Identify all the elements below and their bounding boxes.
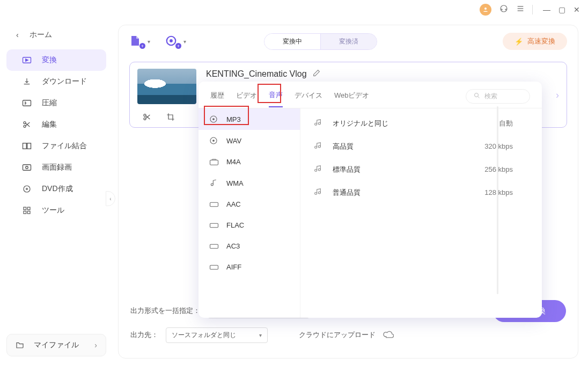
popup-tabs: 履歴 ビデオ 音声 デバイス Webビデオ 検索: [199, 82, 542, 108]
sidebar-item-label: ダウンロード: [42, 77, 87, 86]
sidebar-item-dvd[interactable]: DVD作成: [6, 178, 106, 200]
menu-icon[interactable]: [516, 4, 525, 15]
convert-icon: [21, 56, 32, 64]
window-minimize[interactable]: —: [543, 5, 550, 14]
add-disc-caret[interactable]: ▾: [183, 39, 186, 45]
window-maximize[interactable]: ▢: [558, 5, 565, 14]
format-item-ac3[interactable]: AC3: [199, 236, 300, 257]
quality-label: 普通品質: [333, 188, 361, 198]
svg-rect-30: [210, 160, 218, 165]
format-icon: [209, 115, 219, 123]
user-avatar[interactable]: [480, 4, 491, 16]
add-file-button[interactable]: +: [129, 35, 144, 48]
output-dest-select[interactable]: ソースフォルダと同じ ▾: [166, 327, 268, 343]
format-item-wma[interactable]: WMA: [199, 172, 300, 194]
format-icon: [209, 243, 219, 250]
sidebar-item-convert[interactable]: 変換: [6, 49, 106, 71]
support-icon[interactable]: [499, 4, 509, 16]
svg-point-13: [24, 186, 30, 192]
rename-icon[interactable]: [312, 69, 321, 79]
sidebar-item-merge[interactable]: ファイル結合: [6, 135, 106, 157]
sidebar-collapse-handle[interactable]: ‹: [106, 191, 115, 206]
format-search[interactable]: 検索: [466, 89, 530, 104]
quality-rate: 128 kbps: [484, 188, 513, 196]
format-label: MP3: [226, 115, 241, 123]
quality-rate: 自動: [499, 119, 513, 128]
format-popup: 履歴 ビデオ 音声 デバイス Webビデオ 検索 MP3WAVM4AWMAAAC…: [199, 82, 542, 318]
window-close[interactable]: ✕: [573, 5, 580, 14]
format-icon: [209, 158, 219, 166]
svg-rect-10: [27, 143, 31, 149]
svg-point-43: [318, 192, 320, 194]
svg-point-39: [318, 145, 320, 148]
svg-rect-17: [24, 211, 26, 214]
quality-list: オリジナルと同じ自動高品質320 kbps標準品質256 kbps普通品質128…: [300, 108, 542, 318]
svg-point-41: [318, 169, 320, 171]
sidebar-item-edit[interactable]: 編集: [6, 114, 106, 135]
tab-device[interactable]: デバイス: [295, 91, 322, 107]
format-label: AC3: [226, 242, 240, 250]
sidebar-item-label: ツール: [42, 206, 64, 215]
music-note-icon: [313, 187, 323, 198]
fast-convert-button[interactable]: ⚡ 高速変換: [503, 33, 567, 50]
quality-item[interactable]: オリジナルと同じ自動: [300, 112, 542, 135]
format-icon: [209, 136, 219, 145]
svg-point-0: [484, 8, 487, 10]
format-item-mp3[interactable]: MP3: [199, 108, 300, 130]
quality-item[interactable]: 高品質320 kbps: [300, 135, 542, 158]
bolt-icon: ⚡: [514, 38, 523, 46]
format-item-aac[interactable]: AAC: [199, 194, 300, 215]
quality-item[interactable]: 普通品質128 kbps: [300, 181, 542, 204]
compress-icon: [21, 99, 32, 107]
sidebar-item-compress[interactable]: 圧縮: [6, 92, 106, 114]
crop-icon[interactable]: [166, 113, 175, 123]
back-label: ホーム: [30, 30, 52, 40]
svg-point-12: [26, 166, 28, 169]
add-file-caret[interactable]: ▾: [148, 39, 150, 45]
my-files-button[interactable]: マイファイル ›: [6, 334, 106, 356]
format-item-m4a[interactable]: M4A: [199, 151, 300, 172]
svg-rect-16: [27, 207, 30, 210]
quality-rate: 256 kbps: [484, 165, 513, 173]
svg-point-40: [315, 169, 317, 171]
sidebar-item-tools[interactable]: ツール: [6, 200, 106, 221]
add-disc-button[interactable]: +: [165, 35, 180, 48]
cloud-icon[interactable]: [383, 330, 394, 340]
format-item-aiff[interactable]: AIFF: [199, 257, 300, 278]
format-label: AAC: [226, 200, 241, 208]
svg-rect-6: [23, 100, 31, 106]
sidebar-item-download[interactable]: ダウンロード: [6, 71, 106, 92]
tab-webvideo[interactable]: Webビデオ: [334, 91, 370, 107]
toolbar: + ▾ + ▾ 変換中 変換済 ⚡ 高速変換: [119, 25, 578, 52]
trim-icon[interactable]: [143, 113, 151, 123]
sidebar: ‹ ホーム 変換 ダウンロード 圧縮 編集 ファイル結合 画面録画 DVD作成 …: [0, 19, 113, 365]
music-note-icon: [313, 118, 323, 128]
sidebar-item-record[interactable]: 画面録画: [6, 157, 106, 178]
format-item-flac[interactable]: FLAC: [199, 215, 300, 236]
format-label: AIFF: [226, 263, 241, 271]
format-icon: [209, 222, 219, 229]
record-icon: [21, 164, 32, 171]
folder-icon: [16, 341, 24, 350]
download-icon: [21, 77, 32, 86]
card-chevron-icon: ›: [556, 89, 559, 100]
format-item-wav[interactable]: WAV: [199, 130, 300, 151]
video-thumbnail[interactable]: [137, 69, 196, 104]
svg-rect-34: [210, 244, 218, 249]
svg-point-20: [170, 40, 172, 42]
svg-point-25: [475, 93, 479, 97]
format-icon: [209, 201, 219, 208]
back-home[interactable]: ‹ ホーム: [0, 25, 113, 49]
segment-converting[interactable]: 変換中: [264, 34, 321, 49]
svg-point-29: [213, 140, 215, 142]
quality-item[interactable]: 標準品質256 kbps: [300, 158, 542, 181]
format-list[interactable]: MP3WAVM4AWMAAACFLACAC3AIFF: [199, 108, 300, 318]
segment-converted[interactable]: 変換済: [321, 34, 377, 49]
format-label: FLAC: [226, 221, 244, 229]
tab-history[interactable]: 履歴: [210, 91, 224, 107]
merge-icon: [21, 142, 32, 150]
tab-video[interactable]: ビデオ: [236, 91, 257, 107]
chevron-down-icon: ▾: [259, 332, 262, 338]
svg-rect-32: [210, 202, 218, 207]
tab-audio[interactable]: 音声: [269, 90, 283, 107]
